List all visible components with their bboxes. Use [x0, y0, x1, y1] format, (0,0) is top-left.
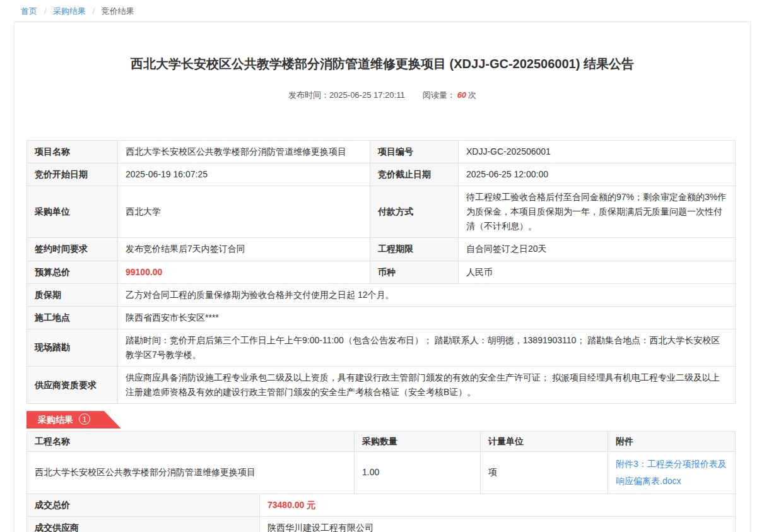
- site-label: 施工地点: [27, 306, 118, 329]
- procurement-result-table: 工程名称 采购数量 计量单位 附件 西北大学长安校区公共教学楼部分消防管道维修更…: [26, 431, 736, 494]
- result-header-name: 工程名称: [27, 432, 355, 452]
- survey-value: 踏勘时间：竞价开启后第三个工作日上午上午9:00-11:00（包含公告发布日）；…: [118, 329, 736, 366]
- qualification-value: 供应商应具备消防设施工程专业承包二级及以上资质，具有建设行政主管部门颁发的有效的…: [118, 367, 736, 404]
- qualification-label: 供应商资质要求: [27, 367, 118, 404]
- procurement-result-ribbon: 采购结果1: [26, 411, 121, 429]
- table-row: 签约时间要求 发布竞价结果后7天内签订合同 工程期限 自合同签订之日20天: [27, 238, 736, 261]
- result-attachment-cell: 附件3：工程类分项报价表及响应偏离表.docx: [608, 452, 736, 494]
- bid-start-value: 2025-06-19 16:07:25: [118, 163, 370, 186]
- breadcrumb-procurement-results-link[interactable]: 采购结果: [53, 6, 86, 16]
- breadcrumb: 首页 / 采购结果 / 竞价结果: [0, 0, 764, 21]
- breadcrumb-separator: /: [44, 6, 47, 16]
- deal-supplier-value: 陕西华川建设工程有限公司: [260, 516, 736, 532]
- result-header-row: 工程名称 采购数量 计量单位 附件: [27, 432, 736, 452]
- announcement-card: 西北大学长安校区公共教学楼部分消防管道维修更换项目 (XDJJ-GC-20250…: [14, 21, 751, 532]
- project-info-table: 项目名称 西北大学长安校区公共教学楼部分消防管道维修更换项目 项目编号 XDJJ…: [26, 140, 736, 404]
- bid-end-label: 竞价截止日期: [370, 163, 459, 186]
- page-title: 西北大学长安校区公共教学楼部分消防管道维修更换项目 (XDJJ-GC-20250…: [46, 55, 719, 73]
- currency-value: 人民币: [459, 261, 736, 283]
- result-unit: 项: [481, 452, 608, 494]
- table-row: 质保期 乙方对合同工程的质量保修期为验收合格并交付使用之日起 12个月。: [27, 283, 736, 306]
- result-header-unit: 计量单位: [481, 432, 608, 452]
- payment-label: 付款方式: [370, 186, 459, 238]
- result-data-row: 西北大学长安校区公共教学楼部分消防管道维修更换项目 1.00 项 附件3：工程类…: [27, 452, 736, 494]
- publish-time-value: 2025-06-25 17:20:11: [329, 90, 405, 100]
- attachment-download-link[interactable]: 附件3：工程类分项报价表及响应偏离表.docx: [616, 456, 727, 489]
- breadcrumb-home-link[interactable]: 首页: [21, 6, 37, 16]
- site-value: 陕西省西安市长安区****: [118, 306, 736, 329]
- duration-value: 自合同签订之日20天: [459, 238, 736, 261]
- purchaser-value: 西北大学: [118, 186, 370, 238]
- table-row: 现场踏勘 踏勘时间：竞价开启后第三个工作日上午上午9:00-11:00（包含公告…: [27, 329, 736, 366]
- project-no-label: 项目编号: [370, 141, 459, 163]
- payment-value: 待工程竣工验收合格后付至合同金额的97%；剩余审定金额的3%作为质保金，本项目质…: [459, 186, 736, 238]
- budget-value: 99100.00: [118, 261, 370, 283]
- table-row: 预算总价 99100.00 币种 人民币: [27, 261, 736, 283]
- table-row: 采购单位 西北大学 付款方式 待工程竣工验收合格后付至合同金额的97%；剩余审定…: [27, 186, 736, 238]
- sign-time-value: 发布竞价结果后7天内签订合同: [118, 238, 370, 261]
- project-name-value: 西北大学长安校区公共教学楼部分消防管道维修更换项目: [118, 141, 370, 163]
- deal-total-value: 73480.00 元: [260, 494, 736, 516]
- table-row: 项目名称 西北大学长安校区公共教学楼部分消防管道维修更换项目 项目编号 XDJJ…: [27, 141, 736, 163]
- warranty-label: 质保期: [27, 283, 118, 306]
- budget-label: 预算总价: [27, 261, 118, 283]
- table-row: 竞价开始日期 2025-06-19 16:07:25 竞价截止日期 2025-0…: [27, 163, 736, 186]
- currency-label: 币种: [370, 261, 459, 283]
- project-no-value: XDJJ-GC-202506001: [459, 141, 736, 163]
- table-row: 施工地点 陕西省西安市长安区****: [27, 306, 736, 329]
- breadcrumb-current: 竞价结果: [102, 6, 134, 16]
- views-label: 阅读量：: [423, 90, 455, 100]
- deal-total-label: 成交总价: [27, 494, 260, 516]
- ribbon-label: 采购结果: [38, 415, 73, 425]
- publish-meta: 发布时间：2025-06-25 17:20:11阅读量：60次: [15, 90, 750, 101]
- deal-supplier-label: 成交供应商: [27, 516, 260, 532]
- table-row: 成交总价 73480.00 元: [27, 494, 736, 516]
- table-row: 成交供应商 陕西华川建设工程有限公司: [27, 516, 736, 532]
- table-row: 供应商资质要求 供应商应具备消防设施工程专业承包二级及以上资质，具有建设行政主管…: [27, 367, 736, 404]
- ribbon-count-badge: 1: [79, 413, 90, 425]
- result-header-quantity: 采购数量: [355, 432, 481, 452]
- duration-label: 工程期限: [370, 238, 459, 261]
- result-quantity: 1.00: [355, 452, 481, 494]
- sign-time-label: 签约时间要求: [27, 238, 118, 261]
- publish-time-label: 发布时间：: [288, 90, 329, 100]
- result-header-attachment: 附件: [608, 432, 736, 452]
- views-unit: 次: [468, 90, 476, 100]
- result-project-name: 西北大学长安校区公共教学楼部分消防管道维修更换项目: [27, 452, 355, 494]
- purchaser-label: 采购单位: [27, 186, 118, 238]
- warranty-value: 乙方对合同工程的质量保修期为验收合格并交付使用之日起 12个月。: [118, 283, 736, 306]
- survey-label: 现场踏勘: [27, 329, 118, 366]
- breadcrumb-separator: /: [93, 6, 95, 16]
- deal-summary-table: 成交总价 73480.00 元 成交供应商 陕西华川建设工程有限公司: [26, 494, 736, 532]
- views-count: 60: [457, 90, 466, 100]
- bid-start-label: 竞价开始日期: [27, 163, 118, 186]
- project-name-label: 项目名称: [27, 141, 118, 163]
- bid-end-value: 2025-06-25 12:00:00: [459, 163, 736, 186]
